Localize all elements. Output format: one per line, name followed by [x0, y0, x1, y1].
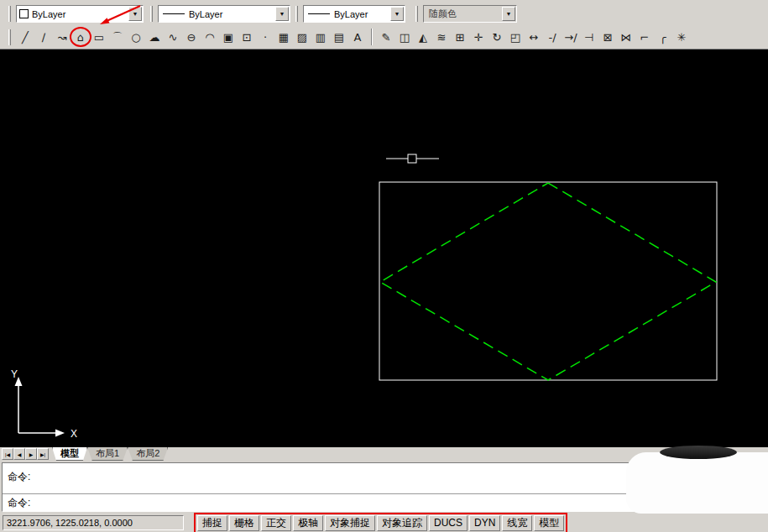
move-button[interactable]: ✛ — [469, 28, 488, 46]
offset-icon: ≋ — [437, 32, 447, 43]
array-button[interactable]: ⊞ — [451, 28, 469, 46]
lineweight-dropdown[interactable]: ByLayer ▼ — [303, 5, 405, 23]
chevron-down-icon[interactable]: ▼ — [128, 7, 142, 21]
toolbar-grip[interactable] — [8, 6, 11, 22]
circle-icon: ○ — [131, 32, 140, 43]
snap-toggle[interactable]: 捕捉 — [197, 515, 227, 531]
trim-button[interactable]: -/ — [543, 28, 562, 46]
point-button[interactable]: · — [256, 28, 274, 46]
draw-toolbar: ╱∕↝⌂▭⌒○☁∿⊖◠▣⊡·▦▨▥▤A — [16, 28, 367, 46]
ellipse-button[interactable]: ⊖ — [182, 28, 201, 46]
revision-cloud-icon: ☁ — [149, 32, 160, 43]
plot-style-dropdown[interactable]: 随颜色 ▼ — [423, 5, 517, 23]
toolbar-grip[interactable] — [150, 6, 153, 22]
multiline-text-button[interactable]: A — [348, 28, 367, 46]
chevron-down-icon[interactable]: ▼ — [502, 7, 515, 21]
tab-model[interactable]: 模型 — [52, 447, 87, 461]
spline-button[interactable]: ∿ — [164, 28, 182, 46]
polyline-button[interactable]: ↝ — [53, 28, 71, 46]
revision-cloud-button[interactable]: ☁ — [145, 28, 164, 46]
dyn-toggle[interactable]: DYN — [469, 515, 500, 531]
tab-nav-first-button[interactable]: |◀ — [2, 448, 13, 460]
construction-line-icon: ∕ — [42, 32, 45, 43]
region-button[interactable]: ▥ — [311, 28, 330, 46]
tab-layout1[interactable]: 布局1 — [87, 447, 128, 461]
status-bar: 3221.9706, 1225.0218, 0.0000 捕捉 栅格 正交 极轴… — [0, 514, 768, 532]
toolbar-grip[interactable] — [8, 29, 11, 45]
stretch-button[interactable]: ↔ — [525, 28, 543, 46]
scale-button[interactable]: ◰ — [506, 28, 525, 46]
osnap-toggle[interactable]: 对象捕捉 — [325, 515, 375, 531]
autocad-window: ByLayer ▼ ByLayer ▼ ByLayer ▼ 随颜色 ▼ ╱∕↝⌂… — [0, 0, 768, 532]
tab-nav-next-button[interactable]: ▶ — [25, 448, 37, 460]
tab-layout2[interactable]: 布局2 — [128, 447, 168, 461]
model-toggle[interactable]: 模型 — [534, 515, 564, 531]
rotate-button[interactable]: ↻ — [488, 28, 506, 46]
trim-icon: -/ — [548, 32, 556, 43]
grid-toggle[interactable]: 栅格 — [229, 515, 259, 531]
watermark-ellipse — [660, 446, 737, 459]
extend-button[interactable]: →/ — [562, 28, 580, 46]
drawn-rectangle[interactable] — [379, 182, 717, 380]
toolbar-separator — [371, 29, 373, 45]
array-icon: ⊞ — [456, 32, 465, 43]
color-dropdown[interactable]: ByLayer ▼ — [16, 5, 144, 23]
erase-button[interactable]: ✎ — [377, 28, 395, 46]
toolbar-grip[interactable] — [295, 6, 298, 22]
ellipse-arc-icon: ◠ — [205, 32, 214, 43]
circle-button[interactable]: ○ — [127, 28, 145, 46]
copy-button[interactable]: ◫ — [395, 28, 414, 46]
linetype-dropdown[interactable]: ByLayer ▼ — [158, 5, 290, 23]
ortho-toggle[interactable]: 正交 — [261, 515, 291, 531]
move-icon: ✛ — [474, 32, 483, 43]
polygon-button[interactable]: ⌂ — [71, 28, 90, 46]
ucs-x-label: X — [71, 428, 77, 440]
break-at-point-button[interactable]: ⊣ — [580, 28, 598, 46]
join-button[interactable]: ⋈ — [617, 28, 635, 46]
gradient-button[interactable]: ▨ — [293, 28, 311, 46]
polyline-icon: ↝ — [58, 32, 67, 43]
toolbar-grip[interactable] — [415, 6, 418, 22]
watermark-blob — [626, 452, 768, 514]
chevron-down-icon[interactable]: ▼ — [390, 7, 404, 21]
break-button[interactable]: ⊠ — [598, 28, 617, 46]
construction-line-button[interactable]: ∕ — [34, 28, 53, 46]
arc-button[interactable]: ⌒ — [108, 28, 127, 46]
scale-icon: ◰ — [510, 32, 520, 43]
explode-icon: ✳ — [677, 32, 687, 43]
coordinate-readout: 3221.9706, 1225.0218, 0.0000 — [3, 515, 184, 530]
hatch-icon: ▦ — [279, 32, 289, 43]
lineweight-toggle[interactable]: 线宽 — [502, 515, 532, 531]
otrack-toggle[interactable]: 对象追踪 — [377, 515, 427, 531]
ellipse-icon: ⊖ — [187, 32, 196, 43]
offset-button[interactable]: ≋ — [432, 28, 451, 46]
rectangle-icon: ▭ — [94, 32, 104, 43]
polar-toggle[interactable]: 极轴 — [293, 515, 323, 531]
drawn-rhombus[interactable] — [380, 183, 716, 380]
line-button[interactable]: ╱ — [16, 28, 34, 46]
polygon-icon: ⌂ — [77, 32, 84, 43]
tab-nav-prev-button[interactable]: ◀ — [13, 448, 25, 460]
fillet-button[interactable]: ╭ — [654, 28, 672, 46]
table-button[interactable]: ▤ — [330, 28, 348, 46]
multiline-text-icon: A — [354, 32, 362, 43]
region-icon: ▥ — [316, 32, 326, 43]
rectangle-button[interactable]: ▭ — [90, 28, 108, 46]
hatch-button[interactable]: ▦ — [274, 28, 293, 46]
spline-icon: ∿ — [169, 32, 178, 43]
fillet-icon: ╭ — [660, 32, 666, 43]
drawing-canvas[interactable]: Y X — [0, 50, 768, 447]
erase-icon: ✎ — [382, 32, 391, 43]
explode-button[interactable]: ✳ — [672, 28, 691, 46]
ellipse-arc-button[interactable]: ◠ — [201, 28, 219, 46]
insert-block-button[interactable]: ▣ — [219, 28, 238, 46]
chevron-down-icon[interactable]: ▼ — [275, 7, 289, 21]
ducs-toggle[interactable]: DUCS — [429, 515, 468, 531]
break-icon: ⊠ — [603, 32, 613, 43]
mirror-button[interactable]: ◭ — [414, 28, 432, 46]
make-block-button[interactable]: ⊡ — [238, 28, 256, 46]
color-swatch — [19, 9, 29, 18]
point-icon: · — [264, 32, 267, 43]
chamfer-button[interactable]: ⌐ — [635, 28, 654, 46]
tab-nav-last-button[interactable]: ▶| — [37, 448, 49, 460]
